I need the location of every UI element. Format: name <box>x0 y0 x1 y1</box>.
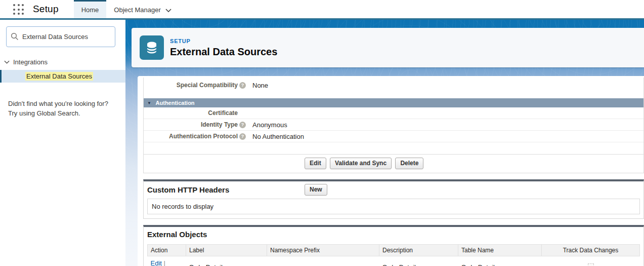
detail-row-special-compatibility: Special Compatibility None <box>144 80 643 91</box>
section-header-authentication[interactable]: Authentication <box>144 98 643 107</box>
app-name: Setup <box>33 4 59 18</box>
validate-and-sync-button[interactable]: Validate and Sync <box>330 158 392 169</box>
table-name-cell: OrderDetails <box>458 256 542 266</box>
column-header-action: Action <box>148 245 186 256</box>
sidebar-help-text: Didn't find what you're looking for? Try… <box>8 99 125 118</box>
help-icon[interactable] <box>239 82 246 89</box>
external-objects-table: Action Label Namespace Prefix Descriptio… <box>147 244 640 266</box>
field-label: Authentication Protocol <box>144 133 238 140</box>
field-label: Certificate <box>144 109 238 117</box>
field-label: Identity Type <box>144 121 238 128</box>
column-header-namespace-prefix: Namespace Prefix <box>267 245 379 256</box>
column-header-table-name: Table Name <box>458 245 542 256</box>
edit-button[interactable]: Edit <box>305 158 326 169</box>
namespace-prefix-cell <box>267 256 379 266</box>
column-header-track-data-changes: Track Data Changes <box>542 245 640 256</box>
page-header: SETUP External Data Sources <box>132 28 644 67</box>
quick-find-input[interactable] <box>6 26 115 47</box>
field-label: Special Compatibility <box>144 82 238 89</box>
track-data-changes-checkbox <box>588 263 594 266</box>
delete-button[interactable]: Delete <box>395 158 423 169</box>
new-button[interactable]: New <box>305 184 327 196</box>
global-nav: Setup Home Object Manager <box>0 0 644 20</box>
detail-button-row: Edit Validate and Sync Delete <box>144 154 643 173</box>
chevron-down-icon <box>4 60 10 64</box>
edit-link[interactable]: Edit <box>151 259 162 266</box>
description-cell: OrderDetails <box>379 256 458 266</box>
main-region: SETUP External Data Sources Special Comp… <box>125 20 644 266</box>
column-header-label: Label <box>186 245 267 256</box>
tab-home[interactable]: Home <box>74 0 107 18</box>
setup-sidebar: Integrations External Data Sources Didn'… <box>0 20 125 266</box>
page-title: External Data Sources <box>170 46 277 58</box>
sidebar-section-integrations[interactable]: Integrations <box>4 58 125 66</box>
field-value: Anonymous <box>252 121 287 129</box>
app-launcher-icon[interactable] <box>13 4 24 15</box>
action-cell: Edit | Erase <box>148 256 186 266</box>
table-header-row: Action Label Namespace Prefix Descriptio… <box>148 245 640 256</box>
field-value: None <box>252 82 268 89</box>
table-row: Edit | Erase OrderDetails OrderDetails O… <box>148 256 640 266</box>
tab-object-manager[interactable]: Object Manager <box>106 0 179 18</box>
detail-row-identity-type: Identity Type Anonymous <box>144 119 643 131</box>
search-icon <box>11 32 19 41</box>
nav-tabs: Home Object Manager <box>74 0 179 18</box>
field-value: No Authentication <box>252 133 304 140</box>
detail-row-authentication-protocol: Authentication Protocol No Authenticatio… <box>144 131 643 142</box>
tab-home-label: Home <box>81 6 99 14</box>
detail-row-certificate: Certificate <box>144 107 643 119</box>
custom-http-headers-section: Custom HTTP Headers New No records to di… <box>143 179 644 219</box>
help-icon[interactable] <box>239 122 246 128</box>
data-sources-icon <box>140 35 164 60</box>
section-title: External Objects <box>147 230 207 239</box>
empty-list-message: No records to display <box>147 199 640 214</box>
external-objects-section: External Objects Action Label Namespace … <box>143 225 644 266</box>
sidebar-section-label: Integrations <box>13 58 48 66</box>
breadcrumb: SETUP <box>170 38 277 44</box>
chevron-down-icon <box>165 9 171 12</box>
search-highlighted-label: External Data Sources <box>25 72 93 81</box>
data-source-detail-section: Special Compatibility None Authenticatio… <box>143 78 644 173</box>
setup-content-panel: Special Compatibility None Authenticatio… <box>138 76 644 266</box>
sidebar-item-external-data-sources[interactable]: External Data Sources <box>0 70 125 83</box>
tab-object-manager-label: Object Manager <box>114 6 161 14</box>
object-label-link[interactable]: OrderDetails <box>189 263 226 266</box>
help-icon[interactable] <box>239 133 246 140</box>
column-header-description: Description <box>379 245 458 256</box>
section-title: Custom HTTP Headers <box>147 185 229 194</box>
